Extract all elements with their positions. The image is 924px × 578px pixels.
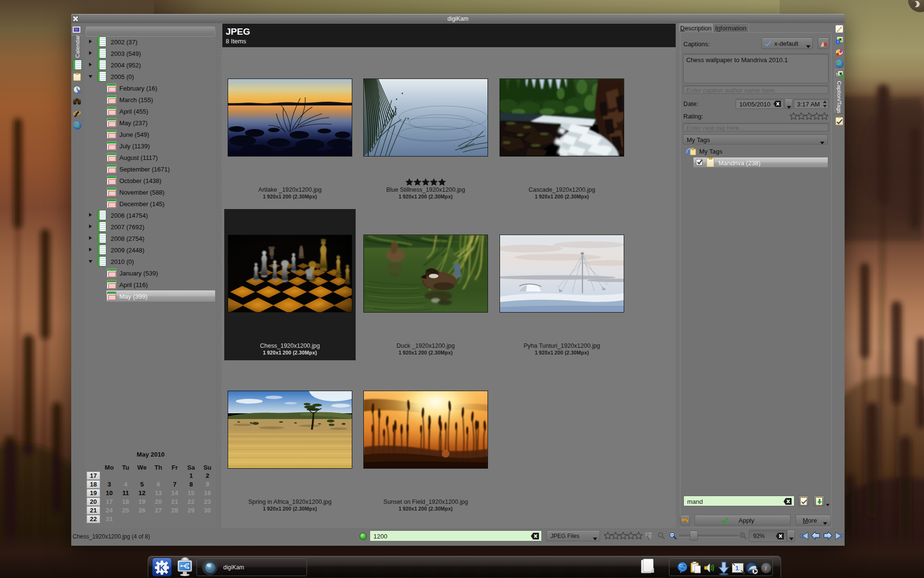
svg-text:K: K xyxy=(159,563,165,573)
